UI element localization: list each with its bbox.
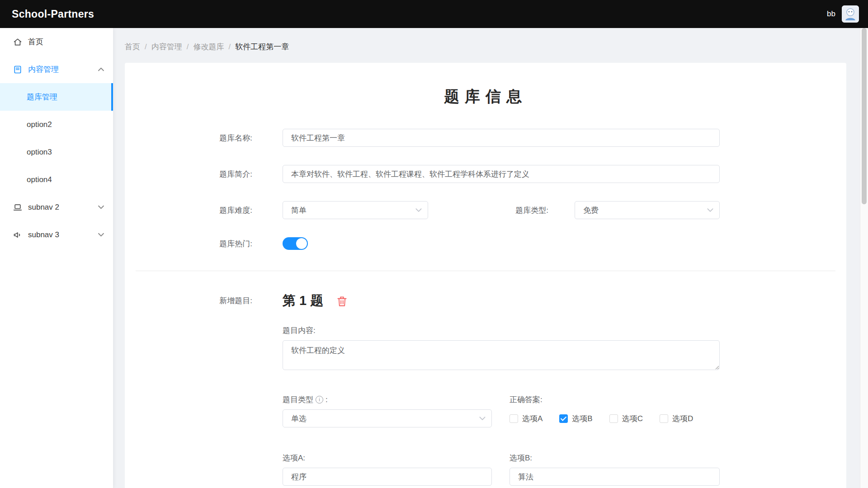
sidebar-item-label: subnav 2 (28, 203, 59, 212)
breadcrumb-separator: / (228, 42, 231, 52)
chevron-down-icon (479, 417, 486, 421)
info-icon[interactable] (316, 396, 323, 404)
avatar[interactable] (842, 5, 859, 23)
main-wrap: 首页 内容管理 题库管理 option2 option3 (0, 28, 868, 488)
question-header: 第 1 题 (283, 292, 720, 310)
question-type-select[interactable]: 单选 (283, 409, 492, 427)
bank-name-label: 题库名称: (125, 133, 283, 143)
question-type-field: 题目类型 : 单选 (283, 394, 492, 427)
answer-checkbox-d[interactable]: 选项D (660, 413, 693, 424)
checkbox-icon (660, 414, 668, 423)
checkbox-icon (559, 414, 568, 423)
megaphone-icon (13, 230, 22, 239)
hot-toggle[interactable] (283, 237, 308, 250)
submenu-item-label: option2 (27, 120, 52, 129)
submenu-item-label: option4 (27, 175, 52, 184)
sidebar-item-question-bank[interactable]: 题库管理 (0, 83, 113, 111)
sidebar-item-subnav2[interactable]: subnav 2 (0, 193, 113, 221)
answer-checkbox-group: 选项A 选项B 选项C (509, 409, 720, 427)
option-a-field: 选项A: (283, 453, 492, 486)
toggle-knob (296, 238, 307, 249)
correct-answer-field: 正确答案: 选项A 选项B (509, 394, 720, 427)
select-value: 单选 (291, 413, 307, 424)
bank-difficulty-label: 题库难度: (125, 205, 283, 216)
sidebar-item-label: 内容管理 (28, 64, 59, 75)
sidebar-item-option3[interactable]: option3 (0, 138, 113, 166)
answer-checkbox-c[interactable]: 选项C (609, 413, 643, 424)
breadcrumb-home[interactable]: 首页 (125, 42, 140, 52)
sidebar-item-label: 首页 (28, 37, 43, 47)
submenu-item-label: option3 (27, 148, 52, 157)
breadcrumb-separator: / (187, 42, 189, 52)
content-management-submenu: 题库管理 option2 option3 option4 (0, 83, 113, 193)
chevron-down-icon (98, 205, 104, 209)
home-icon (13, 38, 22, 47)
checkbox-icon (609, 414, 618, 423)
sidebar-item-option2[interactable]: option2 (0, 111, 113, 138)
sidebar-item-label: subnav 3 (28, 230, 59, 239)
brand-logo: School-Partners (12, 8, 94, 20)
question-bank-card: 题库信息 题库名称: 题库简介: 题库难度: 简单 (125, 63, 846, 488)
question-title: 第 1 题 (283, 292, 323, 310)
sidebar-item-home[interactable]: 首页 (0, 28, 113, 56)
bank-hot-row: 题库热门: (125, 237, 846, 250)
answer-checkbox-a[interactable]: 选项A (509, 413, 542, 424)
option-b-field: 选项B: (509, 453, 720, 486)
username: bb (827, 9, 835, 19)
page-title: 题库信息 (125, 86, 846, 107)
main-content: 首页 / 内容管理 / 修改题库 / 软件工程第一章 题库信息 题库名称: 题库… (113, 28, 860, 488)
question-content-textarea[interactable]: 软件工程的定义 (283, 340, 720, 370)
option-a-label: 选项A: (283, 453, 492, 463)
breadcrumb-separator: / (145, 42, 147, 52)
sidebar-item-option4[interactable]: option4 (0, 166, 113, 193)
question-content-label: 题目内容: (283, 325, 720, 336)
header-right: bb (827, 5, 859, 23)
add-question-label: 新增题目: (125, 292, 283, 306)
scrollbar-thumb[interactable] (862, 28, 867, 204)
bank-intro-label: 题库简介: (125, 169, 283, 179)
sidebar-item-subnav3[interactable]: subnav 3 (0, 221, 113, 249)
bank-intro-input[interactable] (283, 165, 720, 183)
sidebar-item-content-management[interactable]: 内容管理 (0, 56, 113, 83)
select-value: 简单 (291, 205, 307, 216)
divider (136, 271, 835, 271)
page-scrollbar (860, 28, 868, 488)
add-question-row: 新增题目: 第 1 题 题目内容: 软件工程的定义 (125, 292, 846, 486)
answer-checkbox-b[interactable]: 选项B (559, 413, 592, 424)
breadcrumb-current: 软件工程第一章 (235, 42, 289, 52)
chevron-down-icon (98, 233, 104, 237)
top-header: School-Partners bb (0, 0, 868, 28)
chevron-down-icon (415, 208, 422, 212)
checkbox-icon (509, 414, 518, 423)
bank-intro-row: 题库简介: (125, 165, 846, 183)
breadcrumb-content-management[interactable]: 内容管理 (151, 42, 182, 52)
bank-type-label: 题库类型: (428, 205, 575, 216)
avatar-image (842, 5, 859, 23)
question-block: 第 1 题 题目内容: 软件工程的定义 题目类型 (283, 292, 720, 486)
bank-difficulty-type-row: 题库难度: 简单 题库类型: 免费 (125, 201, 846, 219)
question-grid: 题目类型 : 单选 (283, 394, 720, 486)
delete-question-button[interactable] (336, 295, 348, 307)
bank-difficulty-select[interactable]: 简单 (283, 201, 428, 219)
bank-name-input[interactable] (283, 129, 720, 147)
chevron-up-icon (98, 67, 104, 71)
laptop-icon (13, 203, 22, 212)
correct-answer-label: 正确答案: (509, 394, 720, 405)
breadcrumb-edit-bank[interactable]: 修改题库 (193, 42, 224, 52)
chevron-down-icon (707, 208, 713, 212)
select-value: 免费 (583, 205, 599, 216)
bank-type-select[interactable]: 免费 (575, 201, 720, 219)
bank-hot-label: 题库热门: (125, 239, 283, 249)
app-root: School-Partners bb 首页 (0, 0, 868, 488)
trash-icon (336, 295, 348, 307)
option-a-input[interactable] (283, 468, 492, 486)
submenu-item-label: 题库管理 (27, 92, 57, 102)
option-b-label: 选项B: (509, 453, 720, 463)
book-icon (13, 65, 22, 74)
option-b-input[interactable] (509, 468, 720, 486)
bank-name-row: 题库名称: (125, 129, 846, 147)
question-type-label: 题目类型 : (283, 394, 492, 405)
breadcrumb: 首页 / 内容管理 / 修改题库 / 软件工程第一章 (125, 42, 846, 52)
sidebar: 首页 内容管理 题库管理 option2 option3 (0, 28, 113, 488)
